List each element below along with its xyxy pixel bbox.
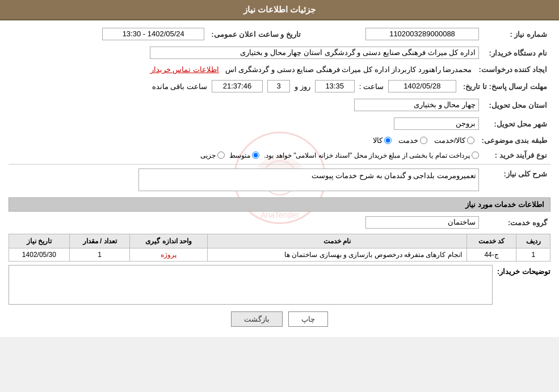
col-header-name: نام خدمت	[208, 234, 467, 248]
col-header-date: تاریخ نیاز	[9, 234, 70, 248]
row-date: 1402/05/30	[9, 248, 70, 262]
buyer-notes-label: توضیحات خریدار:	[497, 265, 550, 276]
row-code: ج-44	[466, 248, 516, 262]
remaining-label: ساعت باقی مانده	[152, 82, 207, 91]
remaining-value: 21:37:46	[212, 80, 263, 92]
col-header-row: ردیف	[516, 234, 550, 248]
city-value: بروجن	[394, 117, 479, 130]
service-group-label: گروه خدمت:	[482, 214, 550, 230]
services-section-title: اطلاعات خدمات مورد نیاز	[9, 197, 550, 212]
print-button[interactable]: چاپ	[288, 311, 328, 327]
province-value: چهار محال و بختیاری	[354, 99, 479, 111]
process-label: نوع فرآیند خرید :	[482, 149, 550, 161]
category-radio-group: کالا/خدمت خدمت کالا	[12, 136, 474, 145]
category-option-kala[interactable]: کالا	[373, 136, 392, 145]
description-label: شرح کلی نیاز:	[482, 167, 550, 193]
city-label: شهر محل تحویل:	[482, 116, 550, 132]
time-label: ساعت :	[359, 82, 384, 91]
process-radio-group: پرداخت تمام یا بخشی از مبلغ خریداز محل "…	[12, 151, 479, 159]
col-header-code: کد خدمت	[466, 234, 516, 248]
category-option-kala-khedmat[interactable]: کالا/خدمت	[434, 136, 475, 145]
row-quantity: 1	[69, 248, 130, 262]
category-option-khedmat[interactable]: خدمت	[398, 136, 427, 145]
buyer-org-label: نام دستگاه خریدار:	[482, 45, 550, 61]
province-label: استان محل تحویل:	[482, 97, 550, 113]
creator-link[interactable]: اطلاعات تماس خریدار	[150, 65, 219, 74]
deadline-label: مهلت ارسال پاسخ: تا تاریخ:	[460, 78, 550, 94]
deadline-date-value: 1402/05/28	[388, 80, 456, 92]
page-title: جزئیات اطلاعات نیاز	[243, 5, 316, 14]
deadline-time-value: 13:35	[315, 80, 355, 92]
need-number-value: 1102003289000088	[365, 28, 479, 40]
row-name: انجام کارهای متفرقه درخصوص بازسازی و بهس…	[208, 248, 467, 262]
category-label: طبقه بندی موضوعی:	[478, 134, 550, 146]
process-option-partial[interactable]: جزیی	[200, 151, 225, 159]
days-label: روز و	[295, 82, 310, 91]
table-row: 1 ج-44 انجام کارهای متفرقه درخصوص بازساز…	[9, 248, 550, 262]
row-number: 1	[516, 248, 550, 262]
buttons-row: بازگشت چاپ	[9, 311, 550, 327]
service-group-value: ساختمان	[365, 216, 479, 229]
buyer-org-value: اداره کل میراث فرهنگی صنایع دستی و گردشگ…	[150, 47, 479, 59]
announcement-date-label: تاریخ و ساعت اعلان عمومی:	[208, 26, 312, 42]
creator-value: محمدرضا راهنورد کاربرداز اداره کل میراث …	[225, 65, 472, 74]
description-value: تعمیرومرمت بلداجی و گندمان به شرح خدمات …	[138, 168, 479, 191]
announcement-date-value: 1402/05/24 - 13:30	[102, 28, 204, 40]
buyer-notes-box	[9, 265, 493, 305]
page-header: جزئیات اطلاعات نیاز	[0, 0, 559, 20]
need-number-label: شماره نیاز :	[482, 26, 550, 42]
creator-label: ایجاد کننده درخواست:	[475, 64, 550, 75]
col-header-unit: واحد اندازه گیری	[130, 234, 208, 248]
col-header-quantity: تعداد / مقدار	[69, 234, 130, 248]
back-button[interactable]: بازگشت	[231, 311, 283, 327]
buyer-notes-section: توضیحات خریدار:	[9, 265, 550, 305]
services-table: ردیف کد خدمت نام خدمت واحد اندازه گیری ت…	[9, 234, 550, 262]
days-value: 3	[267, 80, 290, 92]
process-option-special[interactable]: پرداخت تمام یا بخشی از مبلغ خریداز محل "…	[264, 151, 479, 159]
row-unit: پروژه	[130, 248, 208, 262]
process-option-medium[interactable]: متوسط	[229, 151, 259, 159]
